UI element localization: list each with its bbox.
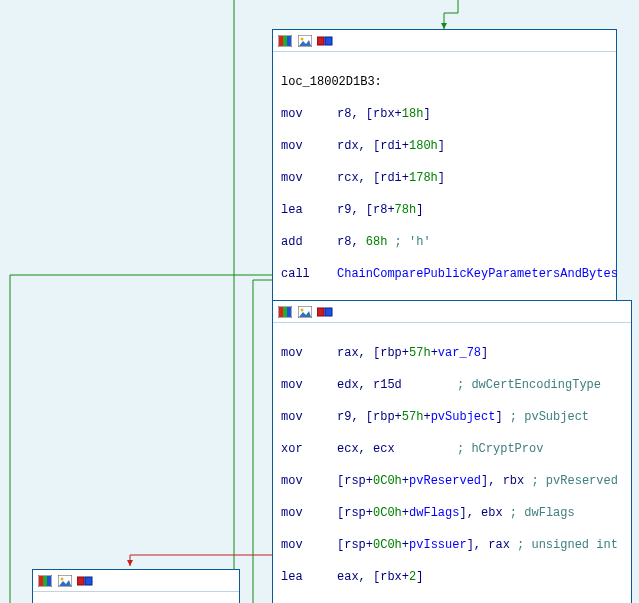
toggle-icon[interactable] <box>77 574 93 588</box>
palette-icon[interactable] <box>277 305 293 319</box>
node-toolbar <box>273 301 631 323</box>
svg-rect-14 <box>317 308 324 316</box>
toggle-icon[interactable] <box>317 34 333 48</box>
svg-rect-11 <box>287 307 291 317</box>
svg-rect-2 <box>283 36 287 46</box>
palette-icon[interactable] <box>277 34 293 48</box>
node-toolbar <box>273 30 616 52</box>
svg-rect-1 <box>279 36 283 46</box>
block-label: loc_18002D1B3: <box>281 74 608 90</box>
basic-block-2[interactable]: movrax, [rbp+57h+var_78] movedx, r15d; d… <box>272 300 632 603</box>
image-icon[interactable] <box>297 34 313 48</box>
graph-canvas[interactable]: loc_18002D1B3: movr8, [rbx+18h] movrdx, … <box>0 0 639 603</box>
svg-rect-10 <box>283 307 287 317</box>
toggle-icon[interactable] <box>317 305 333 319</box>
image-icon[interactable] <box>297 305 313 319</box>
svg-rect-23 <box>85 577 92 585</box>
svg-rect-22 <box>77 577 84 585</box>
svg-point-21 <box>61 577 64 580</box>
svg-rect-3 <box>287 36 291 46</box>
svg-point-13 <box>301 308 304 311</box>
svg-rect-19 <box>47 576 51 586</box>
svg-point-5 <box>301 37 304 40</box>
node-toolbar <box>33 570 239 592</box>
image-icon[interactable] <box>57 574 73 588</box>
svg-rect-15 <box>325 308 332 316</box>
svg-rect-7 <box>325 37 332 45</box>
svg-rect-18 <box>43 576 47 586</box>
svg-rect-17 <box>39 576 43 586</box>
disassembly-body: movrdx, [rdi+178h] movrcx, [rbp+57h+var_… <box>33 592 239 603</box>
palette-icon[interactable] <box>37 574 53 588</box>
disassembly-body: movrax, [rbp+57h+var_78] movedx, r15d; d… <box>273 323 631 603</box>
basic-block-3[interactable]: movrdx, [rdi+178h] movrcx, [rbp+57h+var_… <box>32 569 240 603</box>
svg-rect-9 <box>279 307 283 317</box>
svg-rect-6 <box>317 37 324 45</box>
